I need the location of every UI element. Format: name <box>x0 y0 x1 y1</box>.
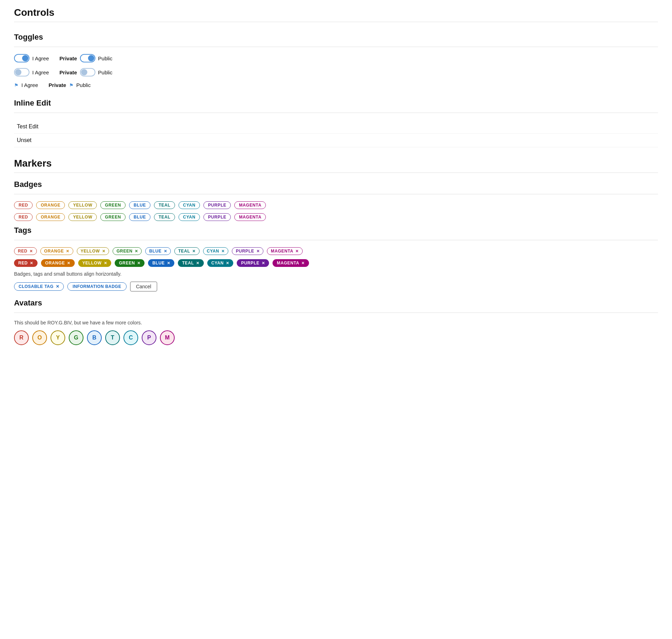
inline-edit-item-1[interactable]: Unset <box>14 134 658 147</box>
closable-tag[interactable]: Closable Tag ✕ <box>14 282 64 291</box>
tags-row-2: Red ✕ Orange ✕ Yellow ✕ Green ✕ Blue ✕ T… <box>14 259 658 267</box>
tag-yellow-1[interactable]: Yellow ✕ <box>77 247 109 255</box>
tag-filled-magenta[interactable]: Magenta ✕ <box>273 259 309 267</box>
toggle-thumb-2 <box>15 69 21 75</box>
toggle-row-3: ⚑ I Agree Private ⚑ Public <box>14 82 658 88</box>
close-icon-tf-yellow[interactable]: ✕ <box>104 261 107 265</box>
avatar-r: R <box>14 330 29 345</box>
badge-magenta-2: Magenta <box>234 213 266 221</box>
page-title: Controls <box>14 7 658 18</box>
info-badge: Information Badge <box>67 282 127 291</box>
close-icon-closable[interactable]: ✕ <box>56 284 59 289</box>
tag-orange-1[interactable]: Orange ✕ <box>40 247 73 255</box>
toggle-agree-label-2: I Agree <box>32 69 49 75</box>
badge-blue-2: Blue <box>129 213 150 221</box>
inline-edit-title: Inline Edit <box>14 99 658 108</box>
markers-title: Markers <box>14 158 658 169</box>
tag-filled-orange[interactable]: Orange ✕ <box>41 259 75 267</box>
tag-blue-1[interactable]: Blue ✕ <box>145 247 171 255</box>
toggle-private-public-1[interactable] <box>80 54 95 62</box>
toggle-track-r2 <box>80 68 95 76</box>
toggles-title: Toggles <box>14 33 658 42</box>
toggle-track-2 <box>14 68 29 76</box>
close-icon-tf-teal[interactable]: ✕ <box>196 261 200 265</box>
badge-purple-2: Purple <box>203 213 231 221</box>
toggle-thumb-r1 <box>88 55 94 61</box>
inline-edit-section: Inline Edit Test Edit Unset <box>14 99 658 147</box>
toggle-agree-label-3: I Agree <box>21 82 38 88</box>
avatar-t: T <box>105 330 120 345</box>
tag-teal-1[interactable]: Teal ✕ <box>174 247 199 255</box>
badges-row-2: Red Orange Yellow Green Blue Teal Cyan P… <box>14 213 658 221</box>
close-icon-tag-teal-1[interactable]: ✕ <box>192 249 196 254</box>
close-icon-tf-green[interactable]: ✕ <box>137 261 141 265</box>
tag-green-1[interactable]: Green ✕ <box>113 247 142 255</box>
closable-tag-label: Closable Tag <box>19 284 54 289</box>
inline-edit-divider <box>14 113 658 113</box>
toggle-group-right-1: Private Public <box>60 54 113 62</box>
tag-purple-1[interactable]: Purple ✕ <box>232 247 263 255</box>
close-icon-tag-cyan-1[interactable]: ✕ <box>221 249 225 254</box>
toggle-agree-1[interactable] <box>14 54 29 62</box>
tag-filled-purple[interactable]: Purple ✕ <box>237 259 269 267</box>
avatar-p: P <box>142 330 156 345</box>
close-icon-tag-yellow-1[interactable]: ✕ <box>102 249 106 254</box>
close-icon-tag-purple-1[interactable]: ✕ <box>256 249 260 254</box>
tag-cyan-1[interactable]: Cyan ✕ <box>203 247 229 255</box>
close-icon-tf-magenta[interactable]: ✕ <box>301 261 305 265</box>
controls-section: Controls <box>14 7 658 22</box>
badge-red-2: Red <box>14 213 33 221</box>
tag-filled-yellow[interactable]: Yellow ✕ <box>78 259 112 267</box>
avatars-subtitle: This should be ROY.G.BIV, but we have a … <box>14 320 658 325</box>
toggle-private-label-3: Private <box>49 82 66 88</box>
close-icon-tag-green-1[interactable]: ✕ <box>135 249 138 254</box>
tag-filled-cyan[interactable]: Cyan ✕ <box>207 259 234 267</box>
tag-magenta-1[interactable]: Magenta ✕ <box>267 247 303 255</box>
toggle-thumb-1 <box>22 55 28 61</box>
close-icon-tf-blue[interactable]: ✕ <box>167 261 170 265</box>
inline-edit-item-0[interactable]: Test Edit <box>14 120 658 134</box>
badges-title: Badges <box>14 180 658 189</box>
close-icon-tf-purple[interactable]: ✕ <box>262 261 265 265</box>
avatar-b: B <box>87 330 102 345</box>
badge-yellow-1: Yellow <box>68 201 97 209</box>
title-divider <box>14 22 658 22</box>
tag-filled-red[interactable]: Red ✕ <box>14 259 38 267</box>
close-icon-tf-cyan[interactable]: ✕ <box>226 261 229 265</box>
toggle-row-2: I Agree Private Public <box>14 68 658 76</box>
badge-magenta-1: Magenta <box>234 201 266 209</box>
bottom-badges-row: Closable Tag ✕ Information Badge Cancel <box>14 282 658 291</box>
tags-divider <box>14 240 658 240</box>
avatar-c: C <box>123 330 138 345</box>
avatar-row: R O Y G B T C P M <box>14 330 658 345</box>
toggle-private-public-2[interactable] <box>80 68 95 76</box>
close-icon-tag-blue-1[interactable]: ✕ <box>164 249 167 254</box>
toggle-private-label-2: Private <box>60 69 77 75</box>
toggle-group-right-2: Private Public <box>60 68 113 76</box>
badge-teal-1: Teal <box>154 201 175 209</box>
badge-red-1: Red <box>14 201 33 209</box>
tag-filled-teal[interactable]: Teal ✕ <box>178 259 203 267</box>
toggles-divider <box>14 47 658 47</box>
badge-orange-1: Orange <box>36 201 65 209</box>
tags-title: Tags <box>14 226 658 235</box>
close-icon-tf-orange[interactable]: ✕ <box>67 261 70 265</box>
close-icon-tf-red[interactable]: ✕ <box>30 261 33 265</box>
close-icon-tag-red-1[interactable]: ✕ <box>29 249 33 254</box>
avatars-title: Avatars <box>14 298 658 308</box>
toggle-group-left-1: I Agree <box>14 54 49 62</box>
badge-blue-1: Blue <box>129 201 150 209</box>
close-icon-tag-orange-1[interactable]: ✕ <box>66 249 69 254</box>
align-note: Badges, tags and small buttons align hor… <box>14 271 658 277</box>
toggle-public-label-1: Public <box>98 55 113 61</box>
badge-orange-2: Orange <box>36 213 65 221</box>
close-icon-tag-magenta-1[interactable]: ✕ <box>295 249 299 254</box>
badge-teal-2: Teal <box>154 213 175 221</box>
tag-filled-blue[interactable]: Blue ✕ <box>148 259 174 267</box>
toggle-agree-2[interactable] <box>14 68 29 76</box>
avatar-o: O <box>32 330 47 345</box>
tag-red-1[interactable]: Red ✕ <box>14 247 37 255</box>
cancel-button[interactable]: Cancel <box>130 282 157 291</box>
tag-filled-green[interactable]: Green ✕ <box>115 259 145 267</box>
toggle-agree-label-1: I Agree <box>32 55 49 61</box>
